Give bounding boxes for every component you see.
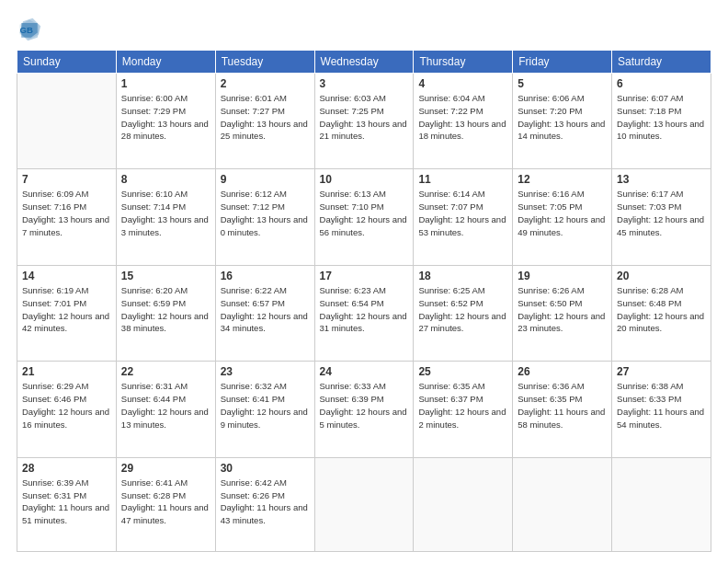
- day-detail: Sunrise: 6:42 AM Sunset: 6:26 PM Dayligh…: [221, 477, 310, 527]
- calendar-cell: 29Sunrise: 6:41 AM Sunset: 6:28 PM Dayli…: [116, 457, 215, 551]
- calendar-cell: 3Sunrise: 6:03 AM Sunset: 7:25 PM Daylig…: [314, 74, 414, 169]
- calendar-cell: 25Sunrise: 6:35 AM Sunset: 6:37 PM Dayli…: [414, 362, 513, 457]
- day-detail: Sunrise: 6:29 AM Sunset: 6:46 PM Dayligh…: [22, 380, 111, 431]
- day-number: 4: [418, 77, 507, 90]
- day-number: 3: [320, 77, 409, 90]
- day-detail: Sunrise: 6:07 AM Sunset: 7:18 PM Dayligh…: [617, 92, 706, 143]
- calendar-cell: 14Sunrise: 6:19 AM Sunset: 7:01 PM Dayli…: [17, 265, 117, 361]
- day-detail: Sunrise: 6:17 AM Sunset: 7:03 PM Dayligh…: [617, 188, 706, 238]
- day-detail: Sunrise: 6:25 AM Sunset: 6:52 PM Dayligh…: [418, 284, 507, 335]
- calendar-cell: 27Sunrise: 6:38 AM Sunset: 6:33 PM Dayli…: [612, 362, 711, 457]
- day-number: 29: [121, 462, 210, 475]
- logo-icon: GB: [17, 17, 42, 42]
- day-detail: Sunrise: 6:01 AM Sunset: 7:27 PM Dayligh…: [221, 92, 310, 143]
- calendar-cell: [17, 74, 117, 169]
- day-detail: Sunrise: 6:28 AM Sunset: 6:48 PM Dayligh…: [617, 284, 706, 335]
- day-number: 21: [22, 365, 111, 378]
- day-number: 6: [617, 77, 706, 90]
- day-detail: Sunrise: 6:32 AM Sunset: 6:41 PM Dayligh…: [221, 380, 310, 431]
- weekday-header-thursday: Thursday: [414, 51, 513, 74]
- calendar-cell: [314, 457, 414, 551]
- day-detail: Sunrise: 6:13 AM Sunset: 7:10 PM Dayligh…: [320, 188, 409, 238]
- page: GB SundayMondayTuesdayWednesdayThursdayF…: [0, 0, 728, 563]
- day-detail: Sunrise: 6:00 AM Sunset: 7:29 PM Dayligh…: [121, 92, 210, 143]
- weekday-header-wednesday: Wednesday: [314, 51, 414, 74]
- calendar-cell: [513, 457, 612, 551]
- week-row-4: 21Sunrise: 6:29 AM Sunset: 6:46 PM Dayli…: [17, 362, 711, 457]
- calendar-table: SundayMondayTuesdayWednesdayThursdayFrid…: [17, 50, 711, 552]
- calendar-cell: 22Sunrise: 6:31 AM Sunset: 6:44 PM Dayli…: [116, 362, 215, 457]
- day-number: 19: [518, 270, 607, 282]
- day-number: 30: [221, 462, 310, 475]
- calendar-cell: 15Sunrise: 6:20 AM Sunset: 6:59 PM Dayli…: [116, 265, 215, 361]
- day-detail: Sunrise: 6:04 AM Sunset: 7:22 PM Dayligh…: [418, 92, 507, 143]
- calendar-cell: 11Sunrise: 6:14 AM Sunset: 7:07 PM Dayli…: [414, 169, 513, 265]
- day-number: 5: [518, 77, 607, 90]
- svg-text:GB: GB: [20, 25, 33, 35]
- day-number: 17: [320, 270, 409, 282]
- calendar-cell: 16Sunrise: 6:22 AM Sunset: 6:57 PM Dayli…: [215, 265, 314, 361]
- logo: GB: [17, 17, 46, 42]
- week-row-2: 7Sunrise: 6:09 AM Sunset: 7:16 PM Daylig…: [17, 169, 711, 265]
- day-detail: Sunrise: 6:06 AM Sunset: 7:20 PM Dayligh…: [518, 92, 607, 143]
- calendar-cell: 30Sunrise: 6:42 AM Sunset: 6:26 PM Dayli…: [215, 457, 314, 551]
- calendar-cell: 5Sunrise: 6:06 AM Sunset: 7:20 PM Daylig…: [513, 74, 612, 169]
- day-number: 24: [320, 365, 409, 378]
- weekday-header-sunday: Sunday: [17, 51, 117, 74]
- weekday-header-row: SundayMondayTuesdayWednesdayThursdayFrid…: [17, 51, 711, 74]
- day-number: 9: [221, 173, 310, 186]
- weekday-header-friday: Friday: [513, 51, 612, 74]
- day-number: 25: [418, 365, 507, 378]
- calendar-cell: [612, 457, 711, 551]
- weekday-header-tuesday: Tuesday: [215, 51, 314, 74]
- day-detail: Sunrise: 6:33 AM Sunset: 6:39 PM Dayligh…: [320, 380, 409, 431]
- calendar-cell: 9Sunrise: 6:12 AM Sunset: 7:12 PM Daylig…: [215, 169, 314, 265]
- day-number: 28: [22, 462, 111, 475]
- day-detail: Sunrise: 6:41 AM Sunset: 6:28 PM Dayligh…: [121, 477, 210, 527]
- calendar-cell: 13Sunrise: 6:17 AM Sunset: 7:03 PM Dayli…: [612, 169, 711, 265]
- calendar-cell: 12Sunrise: 6:16 AM Sunset: 7:05 PM Dayli…: [513, 169, 612, 265]
- weekday-header-monday: Monday: [116, 51, 215, 74]
- day-detail: Sunrise: 6:03 AM Sunset: 7:25 PM Dayligh…: [320, 92, 409, 143]
- calendar-cell: 19Sunrise: 6:26 AM Sunset: 6:50 PM Dayli…: [513, 265, 612, 361]
- day-number: 7: [22, 173, 111, 186]
- day-detail: Sunrise: 6:22 AM Sunset: 6:57 PM Dayligh…: [221, 284, 310, 335]
- week-row-5: 28Sunrise: 6:39 AM Sunset: 6:31 PM Dayli…: [17, 457, 711, 551]
- calendar-cell: 18Sunrise: 6:25 AM Sunset: 6:52 PM Dayli…: [414, 265, 513, 361]
- day-number: 20: [617, 270, 706, 282]
- calendar-cell: 7Sunrise: 6:09 AM Sunset: 7:16 PM Daylig…: [17, 169, 117, 265]
- calendar-cell: 8Sunrise: 6:10 AM Sunset: 7:14 PM Daylig…: [116, 169, 215, 265]
- calendar-cell: 28Sunrise: 6:39 AM Sunset: 6:31 PM Dayli…: [17, 457, 117, 551]
- day-number: 26: [518, 365, 607, 378]
- calendar-cell: 4Sunrise: 6:04 AM Sunset: 7:22 PM Daylig…: [414, 74, 513, 169]
- day-detail: Sunrise: 6:10 AM Sunset: 7:14 PM Dayligh…: [121, 188, 210, 238]
- day-detail: Sunrise: 6:31 AM Sunset: 6:44 PM Dayligh…: [121, 380, 210, 431]
- day-number: 14: [22, 270, 111, 282]
- day-number: 15: [121, 270, 210, 282]
- day-number: 1: [121, 77, 210, 90]
- calendar-cell: 2Sunrise: 6:01 AM Sunset: 7:27 PM Daylig…: [215, 74, 314, 169]
- calendar-cell: 10Sunrise: 6:13 AM Sunset: 7:10 PM Dayli…: [314, 169, 414, 265]
- day-detail: Sunrise: 6:20 AM Sunset: 6:59 PM Dayligh…: [121, 284, 210, 335]
- day-number: 13: [617, 173, 706, 186]
- weekday-header-saturday: Saturday: [612, 51, 711, 74]
- day-detail: Sunrise: 6:19 AM Sunset: 7:01 PM Dayligh…: [22, 284, 111, 335]
- day-detail: Sunrise: 6:16 AM Sunset: 7:05 PM Dayligh…: [518, 188, 607, 238]
- day-number: 23: [221, 365, 310, 378]
- header: GB: [17, 17, 711, 42]
- day-number: 12: [518, 173, 607, 186]
- day-detail: Sunrise: 6:14 AM Sunset: 7:07 PM Dayligh…: [418, 188, 507, 238]
- week-row-3: 14Sunrise: 6:19 AM Sunset: 7:01 PM Dayli…: [17, 265, 711, 361]
- day-number: 10: [320, 173, 409, 186]
- day-detail: Sunrise: 6:35 AM Sunset: 6:37 PM Dayligh…: [418, 380, 507, 431]
- week-row-1: 1Sunrise: 6:00 AM Sunset: 7:29 PM Daylig…: [17, 74, 711, 169]
- day-number: 18: [418, 270, 507, 282]
- day-detail: Sunrise: 6:12 AM Sunset: 7:12 PM Dayligh…: [221, 188, 310, 238]
- day-detail: Sunrise: 6:09 AM Sunset: 7:16 PM Dayligh…: [22, 188, 111, 238]
- day-detail: Sunrise: 6:39 AM Sunset: 6:31 PM Dayligh…: [22, 477, 111, 527]
- calendar-cell: 1Sunrise: 6:00 AM Sunset: 7:29 PM Daylig…: [116, 74, 215, 169]
- calendar-cell: 23Sunrise: 6:32 AM Sunset: 6:41 PM Dayli…: [215, 362, 314, 457]
- day-number: 11: [418, 173, 507, 186]
- day-detail: Sunrise: 6:38 AM Sunset: 6:33 PM Dayligh…: [617, 380, 706, 431]
- day-number: 2: [221, 77, 310, 90]
